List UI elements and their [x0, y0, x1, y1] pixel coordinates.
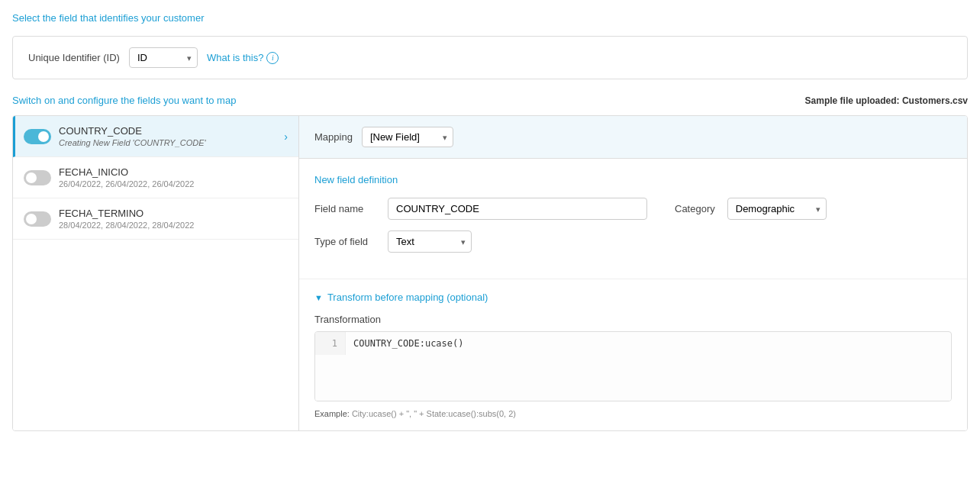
sample-file-info: Sample file uploaded: Customers.csv — [805, 95, 968, 106]
toggle-slider-fecha-inicio — [24, 170, 51, 185]
field-name-country-code: COUNTRY_CODE — [59, 125, 276, 137]
mapping-select-wrapper: [New Field] Existing Field — [362, 127, 453, 147]
uid-select-wrapper: ID Email Phone — [129, 47, 198, 68]
type-select-wrapper: Text Number Date Boolean — [388, 230, 472, 253]
field-values-fecha-termino: 28/04/2022, 28/04/2022, 28/04/2022 — [59, 221, 288, 230]
field-def-row-name: Field name Category Demographic Behavior… — [314, 198, 952, 220]
uid-section: Unique Identifier (ID) ID Email Phone Wh… — [12, 36, 968, 79]
category-select[interactable]: Demographic Behavioral Transactional — [727, 198, 827, 220]
code-editor: 1 COUNTRY_CODE:ucase() — [314, 331, 952, 401]
fields-list: COUNTRY_CODE Creating New Field 'COUNTRY… — [13, 116, 299, 430]
switch-section-title: Switch on and configure the fields you w… — [12, 95, 236, 106]
transformation-label: Transformation — [314, 314, 952, 325]
category-label: Category — [675, 203, 715, 214]
uid-label: Unique Identifier (ID) — [28, 52, 120, 63]
transform-arrow-icon: ▼ — [314, 293, 323, 302]
field-def-row-type: Type of field Text Number Date Boolean — [314, 230, 952, 253]
code-line-1: 1 COUNTRY_CODE:ucase() — [315, 332, 951, 355]
field-item-content-country-code: COUNTRY_CODE Creating New Field 'COUNTRY… — [59, 125, 276, 147]
transform-title: Transform before mapping (optional) — [327, 292, 488, 303]
code-content-1[interactable]: COUNTRY_CODE:ucase() — [346, 332, 951, 355]
sample-file-name: Customers.csv — [902, 95, 968, 106]
what-is-this-link[interactable]: What is this? i — [207, 52, 279, 64]
field-def-title: New field definition — [314, 174, 952, 185]
what-is-this-text: What is this? — [207, 52, 263, 63]
transform-header[interactable]: ▼ Transform before mapping (optional) — [314, 292, 952, 303]
info-icon: i — [266, 52, 279, 64]
field-definition: New field definition Field name Category… — [299, 159, 967, 279]
field-name-input[interactable] — [388, 198, 647, 220]
field-arrow-country-code: › — [284, 131, 288, 143]
type-select[interactable]: Text Number Date Boolean — [388, 230, 472, 253]
field-name-fecha-inicio: FECHA_INICIO — [59, 166, 288, 178]
field-item-country-code[interactable]: COUNTRY_CODE Creating New Field 'COUNTRY… — [13, 116, 298, 157]
mapping-select[interactable]: [New Field] Existing Field — [362, 127, 453, 147]
field-name-label: Field name — [314, 203, 376, 214]
field-name-fecha-termino: FECHA_TERMINO — [59, 208, 288, 219]
toggle-fecha-inicio[interactable] — [24, 170, 51, 185]
mapping-panel: Mapping [New Field] Existing Field New f… — [299, 116, 967, 430]
field-item-content-fecha-inicio: FECHA_INICIO 26/04/2022, 26/04/2022, 26/… — [59, 166, 288, 189]
toggle-fecha-termino[interactable] — [24, 211, 51, 227]
mapping-label: Mapping — [314, 131, 353, 143]
field-values-fecha-inicio: 26/04/2022, 26/04/2022, 26/04/2022 — [59, 179, 288, 189]
type-of-field-label: Type of field — [314, 236, 376, 247]
field-item-fecha-termino[interactable]: FECHA_TERMINO 28/04/2022, 28/04/2022, 28… — [13, 198, 298, 240]
transform-section: ▼ Transform before mapping (optional) Tr… — [299, 279, 967, 430]
switch-section-header: Switch on and configure the fields you w… — [12, 95, 968, 106]
toggle-slider-country-code — [24, 129, 51, 144]
mapping-header: Mapping [New Field] Existing Field — [299, 116, 967, 159]
toggle-slider-fecha-termino — [24, 211, 51, 227]
field-item-fecha-inicio[interactable]: FECHA_INICIO 26/04/2022, 26/04/2022, 26/… — [13, 157, 298, 198]
main-layout: COUNTRY_CODE Creating New Field 'COUNTRY… — [12, 115, 968, 431]
uid-select[interactable]: ID Email Phone — [129, 47, 198, 68]
field-creating-country-code: Creating New Field 'COUNTRY_CODE' — [59, 138, 276, 147]
code-empty — [315, 355, 951, 401]
page-header: Select the field that identifies your cu… — [12, 12, 968, 24]
example-text: Example: City:ucase() + ", " + State:uca… — [314, 409, 952, 418]
example-value: City:ucase() + ", " + State:ucase():subs… — [352, 409, 516, 418]
toggle-country-code[interactable] — [24, 129, 51, 144]
line-number-1: 1 — [315, 332, 346, 355]
category-select-wrapper: Demographic Behavioral Transactional — [727, 198, 827, 220]
field-item-content-fecha-termino: FECHA_TERMINO 28/04/2022, 28/04/2022, 28… — [59, 208, 288, 230]
